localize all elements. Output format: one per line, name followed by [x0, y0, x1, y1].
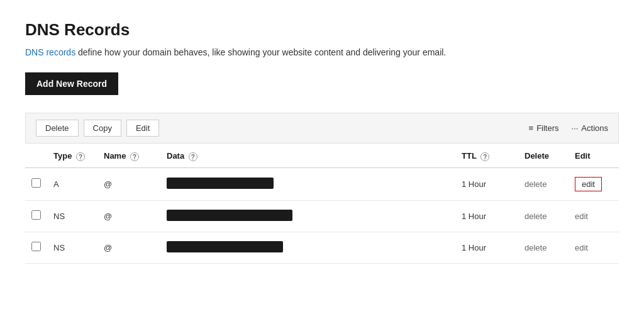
row-checkbox[interactable]: [31, 210, 41, 220]
cell-type: NS: [47, 232, 97, 263]
cell-delete: delete: [518, 200, 569, 232]
cell-name: @: [97, 200, 160, 232]
delete-button[interactable]: delete: [525, 179, 547, 189]
row-checkbox[interactable]: [31, 178, 41, 188]
table-row: A@1 Hourdeleteedit: [25, 167, 619, 200]
filter-icon: ≡: [529, 123, 534, 133]
actions-button[interactable]: ··· Actions: [572, 123, 608, 133]
add-new-record-button[interactable]: Add New Record: [25, 72, 118, 95]
cell-delete: delete: [518, 167, 569, 200]
toolbar: Delete Copy Edit ≡ Filters ··· Actions: [25, 113, 619, 144]
filters-button[interactable]: ≡ Filters: [529, 123, 559, 133]
type-help-icon[interactable]: ?: [76, 152, 85, 161]
redacted-data: [167, 210, 292, 221]
edit-button-highlighted[interactable]: edit: [575, 177, 602, 191]
data-help-icon[interactable]: ?: [189, 152, 197, 161]
actions-ellipsis-icon: ···: [572, 123, 579, 133]
cell-name: @: [97, 167, 160, 200]
cell-ttl: 1 Hour: [455, 167, 518, 200]
cell-data: [160, 167, 455, 200]
edit-button[interactable]: edit: [575, 212, 588, 221]
header-edit: Edit: [569, 144, 619, 167]
header-data: Data ?: [160, 144, 455, 167]
redacted-data: [167, 241, 283, 252]
cell-name: @: [97, 232, 160, 263]
header-ttl: TTL ?: [455, 144, 518, 167]
delete-button[interactable]: delete: [525, 243, 547, 252]
cell-edit: edit: [569, 167, 619, 200]
description: DNS records define how your domain behav…: [25, 47, 619, 57]
table-row: NS@1 Hourdeleteedit: [25, 232, 619, 263]
cell-ttl: 1 Hour: [455, 232, 518, 263]
header-type: Type ?: [47, 144, 97, 167]
header-checkbox: [25, 144, 47, 167]
cell-edit: edit: [569, 232, 619, 263]
header-name: Name ?: [97, 144, 160, 167]
dns-records-table: Type ? Name ? Data ? TTL ? Delete Edit A…: [25, 144, 619, 264]
delete-button[interactable]: delete: [525, 212, 547, 221]
cell-type: NS: [47, 200, 97, 232]
cell-data: [160, 232, 455, 263]
page-title: DNS Records: [25, 20, 619, 40]
cell-edit: edit: [569, 200, 619, 232]
cell-ttl: 1 Hour: [455, 200, 518, 232]
table-body: A@1 HourdeleteeditNS@1 HourdeleteeditNS@…: [25, 167, 619, 263]
copy-toolbar-button[interactable]: Copy: [84, 120, 121, 137]
edit-button[interactable]: edit: [575, 243, 588, 252]
dns-records-link[interactable]: DNS records: [25, 47, 75, 57]
table-header-row: Type ? Name ? Data ? TTL ? Delete Edit: [25, 144, 619, 167]
row-checkbox[interactable]: [31, 242, 41, 251]
name-help-icon[interactable]: ?: [130, 152, 139, 161]
cell-type: A: [47, 167, 97, 200]
redacted-data: [167, 178, 274, 189]
edit-toolbar-button[interactable]: Edit: [126, 120, 159, 137]
delete-toolbar-button[interactable]: Delete: [36, 120, 79, 137]
toolbar-left: Delete Copy Edit: [36, 120, 529, 137]
cell-delete: delete: [518, 232, 569, 263]
toolbar-right: ≡ Filters ··· Actions: [529, 123, 608, 133]
header-delete: Delete: [518, 144, 569, 167]
ttl-help-icon[interactable]: ?: [480, 152, 489, 161]
table-row: NS@1 Hourdeleteedit: [25, 200, 619, 232]
cell-data: [160, 200, 455, 232]
